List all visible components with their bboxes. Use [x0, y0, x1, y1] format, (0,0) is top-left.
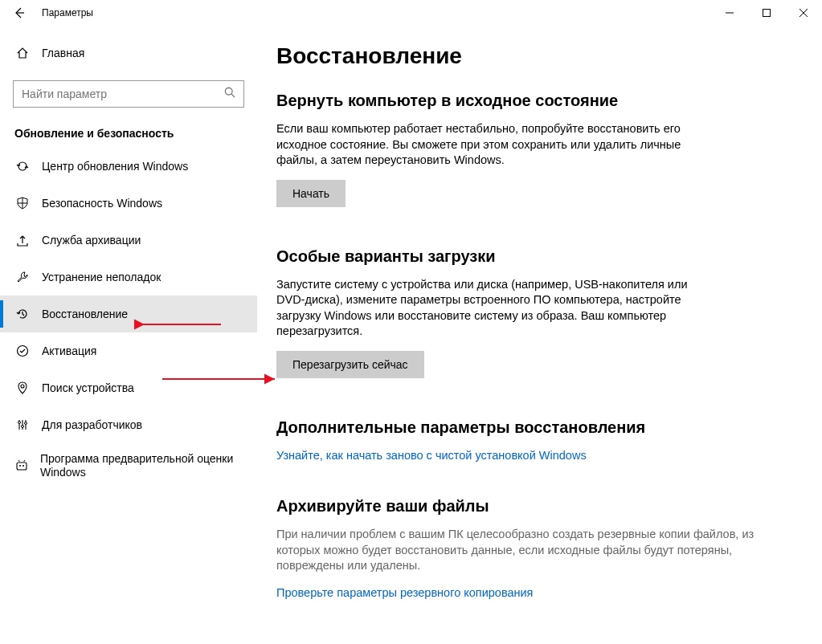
- location-icon: [14, 381, 31, 394]
- section-advanced-startup: Особые варианты загрузки Запустите систе…: [276, 247, 790, 410]
- maximize-button[interactable]: [748, 0, 785, 26]
- svg-point-12: [19, 465, 21, 467]
- svg-point-8: [18, 422, 21, 424]
- sidebar-item-security[interactable]: Безопасность Windows: [0, 185, 257, 222]
- clean-install-link[interactable]: Узнайте, как начать заново с чистой уста…: [276, 449, 587, 462]
- window-title: Параметры: [42, 7, 93, 18]
- sliders-icon: [14, 418, 31, 431]
- sidebar-item-windows-update[interactable]: Центр обновления Windows: [0, 148, 257, 185]
- sidebar-section-title: Обновление и безопасность: [14, 127, 257, 140]
- svg-rect-11: [17, 463, 27, 470]
- svg-rect-1: [763, 10, 771, 17]
- sidebar-item-find-device[interactable]: Поиск устройства: [0, 369, 257, 406]
- svg-point-7: [21, 385, 24, 388]
- titlebar: Параметры: [0, 0, 822, 26]
- advanced-heading: Особые варианты загрузки: [276, 247, 790, 266]
- svg-point-10: [25, 422, 27, 425]
- svg-line-5: [231, 94, 235, 97]
- sidebar-item-label: Для разработчиков: [42, 418, 142, 431]
- back-button[interactable]: [6, 0, 32, 26]
- history-icon: [14, 308, 31, 320]
- sidebar-item-label: Поиск устройства: [42, 381, 134, 394]
- wrench-icon: [14, 271, 31, 283]
- svg-point-9: [22, 426, 24, 428]
- sidebar-item-label: Восстановление: [42, 308, 128, 320]
- backup-settings-link[interactable]: Проверьте параметры резервного копирован…: [276, 586, 533, 599]
- sidebar-item-label: Активация: [42, 344, 96, 357]
- archive-heading: Архивируйте ваши файлы: [276, 497, 790, 516]
- reset-body: Если ваш компьютер работает нестабильно,…: [276, 121, 694, 169]
- sidebar-item-label: Центр обновления Windows: [42, 160, 188, 173]
- restart-now-button[interactable]: Перезагрузить сейчас: [276, 351, 424, 378]
- search-input[interactable]: [22, 88, 224, 100]
- content-area: Восстановление Вернуть компьютер в исход…: [257, 26, 822, 644]
- sidebar-item-label: Служба архивации: [42, 234, 141, 247]
- sidebar-item-insider[interactable]: Программа предварительной оценки Windows: [0, 443, 257, 488]
- sidebar: Главная Обновление и безопасность Центр …: [0, 26, 257, 644]
- home-icon: [14, 47, 31, 59]
- sidebar-home[interactable]: Главная: [0, 35, 257, 71]
- sidebar-item-developers[interactable]: Для разработчиков: [0, 406, 257, 443]
- close-button[interactable]: [785, 0, 822, 26]
- svg-point-6: [18, 346, 28, 357]
- sidebar-home-label: Главная: [42, 47, 84, 59]
- section-more-recovery: Дополнительные параметры восстановления …: [276, 418, 790, 489]
- sync-icon: [14, 160, 31, 173]
- reset-start-button[interactable]: Начать: [276, 180, 346, 207]
- more-heading: Дополнительные параметры восстановления: [276, 418, 790, 437]
- sidebar-item-recovery[interactable]: Восстановление: [0, 296, 257, 332]
- search-icon: [224, 87, 235, 101]
- sidebar-item-activation[interactable]: Активация: [0, 332, 257, 369]
- archive-body: При наличии проблем с вашим ПК целесообр…: [276, 527, 775, 574]
- check-circle-icon: [14, 344, 31, 357]
- sidebar-item-troubleshoot[interactable]: Устранение неполадок: [0, 259, 257, 296]
- search-box[interactable]: [13, 80, 244, 108]
- minimize-button[interactable]: [711, 0, 748, 26]
- sidebar-item-backup[interactable]: Служба архивации: [0, 222, 257, 259]
- reset-heading: Вернуть компьютер в исходное состояние: [276, 92, 790, 110]
- insider-icon: [14, 459, 29, 472]
- sidebar-item-label: Устранение неполадок: [42, 271, 161, 283]
- upload-icon: [14, 234, 31, 247]
- page-title: Восстановление: [276, 43, 790, 69]
- sidebar-item-label: Безопасность Windows: [42, 197, 162, 210]
- shield-icon: [14, 197, 31, 210]
- section-archive: Архивируйте ваши файлы При наличии пробл…: [276, 497, 790, 626]
- section-reset: Вернуть компьютер в исходное состояние Е…: [276, 92, 790, 239]
- advanced-body: Запустите систему с устройства или диска…: [276, 277, 694, 340]
- arrow-left-icon: [13, 6, 26, 19]
- sidebar-item-label: Программа предварительной оценки Windows: [40, 452, 257, 479]
- svg-point-13: [22, 465, 24, 467]
- svg-point-4: [225, 88, 232, 95]
